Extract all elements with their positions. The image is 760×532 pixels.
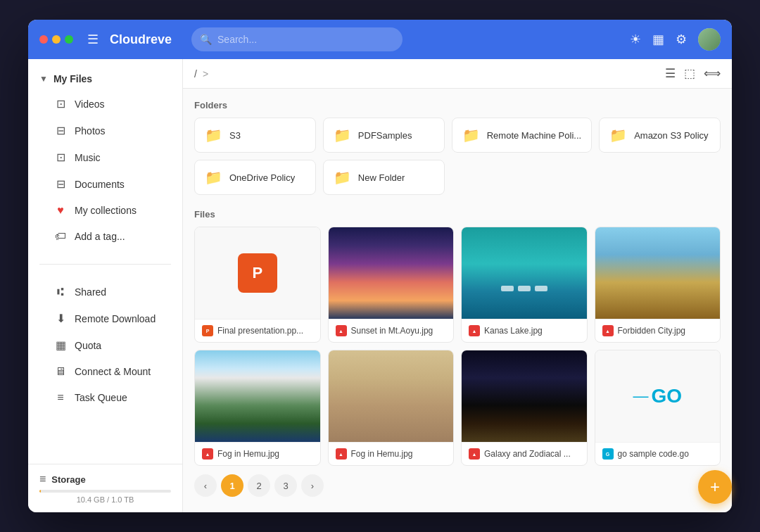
page-1-button[interactable]: 1 [221, 474, 243, 497]
sidebar-item-connect-mount-label: Connect & Mount [75, 366, 151, 377]
my-files-header[interactable]: ▼ My Files [28, 68, 182, 90]
file-thumbnail [329, 227, 454, 319]
file-name: Galaxy and Zodiacal ... [484, 449, 580, 459]
photo-icon: ⊟ [53, 124, 68, 137]
file-thumbnail [595, 227, 721, 319]
app-title: Cloudreve [110, 32, 172, 47]
sidebar-item-photos-label: Photos [75, 125, 106, 137]
page-2-button[interactable]: 2 [248, 474, 270, 497]
folder-name: New Folder [358, 172, 405, 183]
file-thumbnail: P [195, 227, 320, 319]
file-info: ▲ Fog in Hemu.jpg [195, 442, 320, 465]
file-type-badge: P [202, 325, 213, 336]
menu-icon[interactable]: ☰ [87, 32, 99, 47]
folder-icon: 📁 [205, 169, 222, 186]
list-view-icon[interactable]: ☰ [665, 66, 676, 81]
file-name: Final presentation.pp... [217, 326, 313, 336]
files-grid: P P Final presentation.pp... [194, 227, 721, 466]
file-thumbnail [195, 350, 320, 442]
sidebar-item-collections[interactable]: ♥ My collections [34, 198, 177, 223]
file-browser: Folders 📁 S3 📁 PDFSamples 📁 Remote Machi… [183, 89, 732, 512]
sidebar-item-task-queue[interactable]: ≡ Task Queue [34, 385, 177, 410]
sidebar-item-remote-download[interactable]: ⬇ Remote Download [34, 305, 177, 331]
close-button[interactable] [39, 35, 48, 44]
file-item[interactable]: ▲ Kanas Lake.jpg [461, 227, 588, 343]
monitor-icon: 🖥 [53, 365, 68, 378]
file-thumbnail [462, 350, 587, 442]
file-item[interactable]: ▲ Fog in Hemu.jpg [194, 350, 321, 466]
prev-page-button[interactable]: ‹ [194, 474, 217, 497]
file-type-badge: ▲ [469, 325, 480, 336]
sidebar-item-task-queue-label: Task Queue [75, 392, 127, 403]
folder-item[interactable]: 📁 New Folder [323, 160, 445, 195]
file-item[interactable]: ▲ Forbidden City.jpg [595, 227, 721, 343]
file-name: Fog in Hemu.jpg [351, 449, 447, 459]
sidebar-item-videos[interactable]: ⊡ Videos [34, 91, 177, 117]
file-thumbnail [329, 350, 454, 442]
sidebar-divider [39, 264, 171, 265]
folder-item[interactable]: 📁 PDFSamples [323, 118, 445, 153]
folder-name: PDFSamples [358, 130, 412, 141]
file-item[interactable]: ▲ Sunset in Mt.Aoyu.jpg [328, 227, 455, 343]
maximize-button[interactable] [65, 35, 73, 44]
sidebar-storage: ≡ Storage 10.4 GB / 1.0 TB [28, 464, 182, 512]
next-page-button[interactable]: › [301, 474, 324, 497]
folder-item[interactable]: 📁 Amazon S3 Policy [599, 118, 721, 153]
file-name: Forbidden City.jpg [618, 326, 714, 336]
sidebar-item-quota[interactable]: ▦ Quota [34, 332, 177, 358]
folder-icon: 📁 [334, 127, 351, 144]
details-icon[interactable]: ⬚ [684, 66, 695, 81]
settings-icon[interactable]: ⚙ [676, 32, 687, 47]
file-info: ▲ Forbidden City.jpg [595, 319, 721, 342]
file-thumbnail [462, 227, 587, 319]
folder-item[interactable]: 📁 Remote Machine Poli... [452, 118, 592, 153]
sidebar-extra-section: ⑆ Shared ⬇ Remote Download ▦ Quota 🖥 Con… [28, 270, 182, 419]
sidebar-item-add-tag-label: Add a tag... [75, 231, 125, 242]
my-files-label: My Files [53, 73, 92, 84]
brightness-icon[interactable]: ☀ [630, 32, 641, 47]
sidebar-item-collections-label: My collections [75, 205, 137, 216]
file-item[interactable]: ▲ Galaxy and Zodiacal ... [461, 350, 588, 466]
file-type-badge: G [602, 448, 614, 460]
file-name: go sample code.go [618, 449, 714, 459]
search-input[interactable] [217, 34, 394, 45]
fab-add-button[interactable]: + [698, 470, 732, 504]
search-icon: 🔍 [200, 34, 212, 45]
folder-item[interactable]: 📁 OneDrive Policy [194, 160, 316, 195]
ppt-icon: P [238, 253, 277, 293]
grid-icon[interactable]: ▦ [652, 32, 664, 47]
file-item[interactable]: ▲ Fog in Hemu.jpg [328, 350, 455, 466]
folders-grid: 📁 S3 📁 PDFSamples 📁 Remote Machine Poli.… [194, 118, 721, 195]
music-icon: ⊡ [53, 151, 68, 164]
breadcrumb-root[interactable]: / [194, 68, 197, 80]
task-icon: ≡ [53, 391, 68, 404]
sidebar-item-add-tag[interactable]: 🏷 Add a tag... [34, 224, 177, 249]
sidebar-item-shared-label: Shared [75, 286, 106, 298]
cloud-download-icon: ⬇ [53, 312, 68, 325]
file-item[interactable]: P P Final presentation.pp... [194, 227, 321, 343]
folders-section-title: Folders [194, 100, 721, 110]
quota-icon: ▦ [53, 338, 68, 352]
file-type-badge: ▲ [336, 448, 347, 460]
sidebar-item-shared[interactable]: ⑆ Shared [34, 279, 177, 305]
folder-item[interactable]: 📁 S3 [194, 118, 316, 153]
sidebar-item-videos-label: Videos [75, 99, 105, 110]
search-bar: 🔍 [191, 27, 403, 51]
sidebar-my-files-section: ▼ My Files ⊡ Videos ⊟ Photos ⊡ Music ⊟ [28, 59, 182, 258]
file-name: Fog in Hemu.jpg [217, 449, 313, 459]
sidebar-item-connect-mount[interactable]: 🖥 Connect & Mount [34, 359, 177, 384]
folder-name: Amazon S3 Policy [634, 130, 709, 141]
sidebar-item-quota-label: Quota [75, 340, 101, 351]
toolbar-icons: ☰ ⬚ ⟺ [665, 66, 721, 81]
sidebar-item-photos[interactable]: ⊟ Photos [34, 118, 177, 144]
file-name: Kanas Lake.jpg [484, 326, 580, 336]
file-type-badge: ▲ [336, 325, 347, 336]
minimize-button[interactable] [52, 35, 61, 44]
file-item[interactable]: — GO G go sample code.go [595, 350, 721, 466]
page-3-button[interactable]: 3 [274, 474, 297, 497]
sort-icon[interactable]: ⟺ [704, 66, 721, 81]
sidebar-item-music[interactable]: ⊡ Music [34, 144, 177, 170]
avatar[interactable] [698, 28, 721, 51]
folder-icon: 📁 [462, 127, 480, 144]
sidebar-item-documents[interactable]: ⊟ Documents [34, 171, 177, 197]
